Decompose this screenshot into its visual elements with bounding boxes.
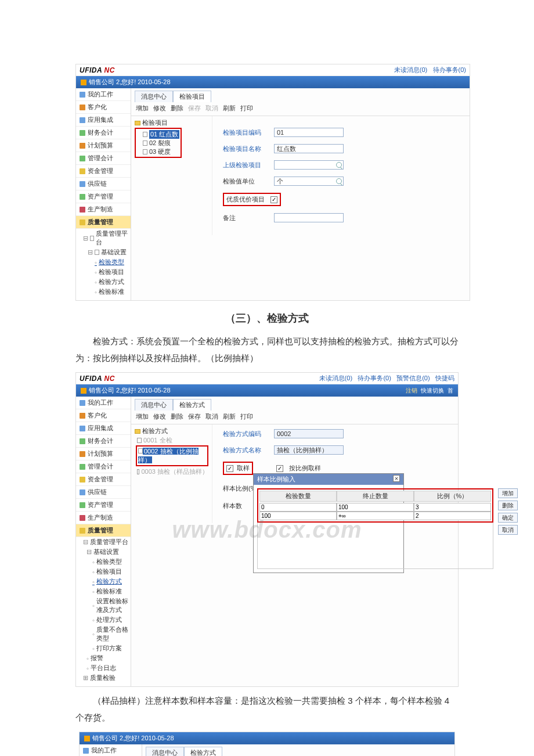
- nav-mgmt-acct[interactable]: 管理会计: [76, 152, 131, 165]
- nav-production[interactable]: 生产制造: [76, 203, 131, 216]
- tab-inspect-method[interactable]: 检验方式: [173, 399, 211, 411]
- popup-ok-button[interactable]: 确定: [498, 513, 518, 523]
- tree-item[interactable]: 报警: [91, 654, 103, 663]
- nav-finance[interactable]: 财务会计: [76, 127, 131, 139]
- nav-budget[interactable]: 计划预算: [76, 139, 131, 152]
- cell-input[interactable]: [337, 503, 414, 512]
- cell-input[interactable]: [337, 512, 414, 520]
- tree-item-project[interactable]: 检验项目: [99, 268, 124, 276]
- tree-item[interactable]: 平台日志: [91, 664, 116, 672]
- nav-my-work[interactable]: 我的工作: [80, 744, 142, 756]
- label-code: 检验项目编码: [223, 128, 268, 137]
- tab-msg-center[interactable]: 消息中心: [146, 747, 184, 756]
- nav-budget[interactable]: 计划预算: [76, 448, 131, 460]
- tree-item[interactable]: 设置检验标准及方式: [96, 597, 128, 614]
- tree-root[interactable]: 质量管理平台: [96, 229, 128, 247]
- nav-fund[interactable]: 资金管理: [76, 473, 131, 486]
- cell-input[interactable]: [259, 503, 337, 512]
- btn-print[interactable]: 打印: [240, 104, 253, 113]
- nav-asset[interactable]: 资产管理: [76, 190, 131, 203]
- nav-icon: [80, 528, 85, 534]
- tab-inspect-method[interactable]: 检验方式: [184, 747, 222, 756]
- nav-my-work[interactable]: 我的工作: [76, 397, 131, 409]
- nav-customer[interactable]: 客户化: [76, 409, 131, 422]
- popup-del-button[interactable]: 删除: [498, 501, 518, 510]
- input-remark[interactable]: [274, 213, 344, 222]
- btn-add[interactable]: 增加: [136, 104, 149, 113]
- tree-item-standard[interactable]: 检验标准: [99, 287, 124, 296]
- list-item[interactable]: 01 红点数: [143, 130, 179, 139]
- nav-finance[interactable]: 财务会计: [76, 435, 131, 448]
- tree-item-type[interactable]: 检验类型: [99, 258, 124, 267]
- tab-msg-center[interactable]: 消息中心: [135, 399, 173, 411]
- checkbox-premium[interactable]: [270, 196, 277, 203]
- tree-item[interactable]: 质量检验: [90, 674, 116, 682]
- table-row: [259, 503, 491, 512]
- list-item[interactable]: 02 裂痕: [143, 139, 179, 147]
- tree-base[interactable]: 基础设置: [93, 548, 119, 556]
- tab-inspect-item[interactable]: 检验项目: [173, 91, 211, 102]
- input-code[interactable]: 0002: [274, 429, 344, 438]
- list-item[interactable]: 03 硬度: [143, 147, 179, 156]
- nav-asset[interactable]: 资产管理: [76, 499, 131, 512]
- tree-item[interactable]: 处理方式: [96, 615, 122, 624]
- todo-link[interactable]: 待办事务(0): [433, 66, 466, 73]
- tree-item[interactable]: 质量不合格类型: [96, 625, 128, 643]
- nav-supply[interactable]: 供应链: [76, 486, 131, 499]
- btn-save[interactable]: 保存: [188, 412, 201, 421]
- input-unit[interactable]: 个: [274, 177, 344, 186]
- nav-integration[interactable]: 应用集成: [76, 114, 131, 127]
- shortcut-link[interactable]: 快捷码: [435, 375, 454, 381]
- btn-edit[interactable]: 修改: [153, 104, 166, 113]
- nav-supply[interactable]: 供应链: [76, 178, 131, 190]
- tree-item[interactable]: 检验项目: [96, 567, 122, 576]
- tree-item[interactable]: 检验标准: [96, 587, 122, 596]
- checkbox-byratio[interactable]: [276, 465, 283, 472]
- item-label: 0002 抽检（比例抽样）: [138, 448, 199, 463]
- nav-mgmt-acct[interactable]: 管理会计: [76, 460, 131, 473]
- tree-base[interactable]: 基础设置: [101, 248, 127, 257]
- popup-add-button[interactable]: 增加: [498, 488, 518, 498]
- nav-my-work[interactable]: 我的工作: [76, 88, 131, 101]
- btn-del[interactable]: 删除: [171, 104, 183, 113]
- quick-switch[interactable]: 快速切换: [421, 387, 444, 394]
- nav-customer[interactable]: 客户化: [76, 101, 131, 114]
- nav-fund[interactable]: 资金管理: [76, 165, 131, 178]
- file-icon: [143, 141, 147, 146]
- alarm-link[interactable]: 预警信息(0): [396, 375, 430, 381]
- checkbox-sample[interactable]: [226, 465, 233, 472]
- cell-input[interactable]: [259, 512, 337, 520]
- input-code[interactable]: 01: [274, 128, 344, 137]
- unread-link[interactable]: 未读消息(0): [394, 66, 427, 73]
- input-name[interactable]: 红点数: [274, 144, 344, 153]
- nav-label: 资金管理: [88, 167, 113, 175]
- nav-label: 应用集成: [88, 424, 113, 433]
- tree-item[interactable]: 检验类型: [96, 557, 122, 566]
- nav-integration[interactable]: 应用集成: [76, 422, 131, 435]
- input-parent[interactable]: [274, 160, 344, 170]
- list-item[interactable]: 0002 抽检（比例抽样）: [138, 447, 206, 465]
- tree-item[interactable]: 打印方案: [96, 644, 122, 653]
- cell-input[interactable]: [414, 503, 491, 512]
- home-link[interactable]: 首: [448, 387, 453, 394]
- list-item[interactable]: 0001 全检: [137, 436, 208, 445]
- logout-link[interactable]: 注销: [406, 387, 417, 394]
- nav-quality[interactable]: 质量管理: [76, 524, 131, 537]
- popup-cancel-button[interactable]: 取消: [498, 525, 518, 535]
- title-bar: 销售公司 2,您好! 2010-05-28 注销 快速切换 首: [76, 384, 458, 397]
- nav-production[interactable]: 生产制造: [76, 512, 131, 524]
- input-name[interactable]: 抽检（比例抽样）: [274, 445, 344, 455]
- btn-cancel[interactable]: 取消: [205, 412, 218, 421]
- tree-item-method[interactable]: 检验方式: [99, 278, 124, 286]
- btn-refresh[interactable]: 刷新: [223, 104, 236, 113]
- unread-link[interactable]: 未读消息(0): [319, 375, 352, 381]
- tab-msg-center[interactable]: 消息中心: [135, 91, 173, 102]
- todo-link[interactable]: 待办事务(0): [358, 375, 391, 381]
- close-icon[interactable]: ×: [393, 475, 400, 482]
- screenshot-2: UFIDA NC 未读消息(0) 待办事务(0) 预警信息(0) 快捷码 销售公…: [75, 372, 459, 687]
- tree-root[interactable]: 质量管理平台: [90, 538, 128, 546]
- list-item[interactable]: 0003 抽检（样品抽样）: [137, 467, 208, 476]
- nav-quality[interactable]: 质量管理: [76, 216, 131, 229]
- cell-input[interactable]: [414, 512, 491, 520]
- tree-item-method[interactable]: 检验方式: [96, 577, 122, 586]
